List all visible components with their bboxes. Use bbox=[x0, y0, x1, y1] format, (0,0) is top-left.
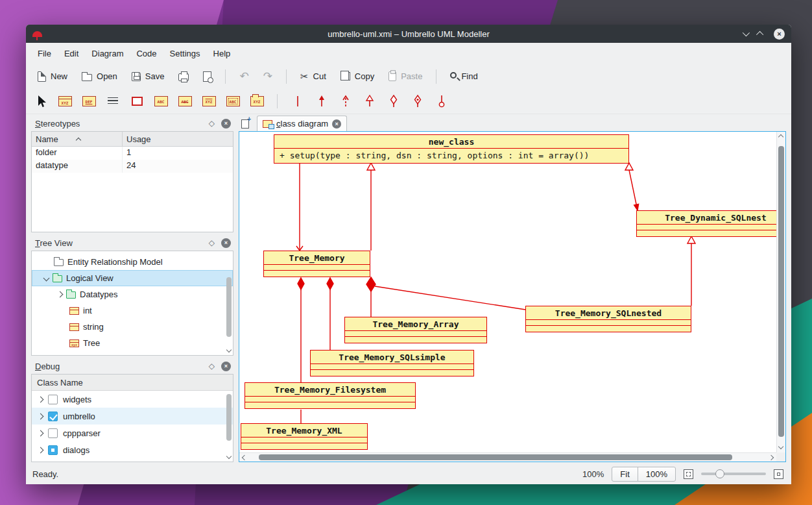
scroll-up-icon[interactable] bbox=[778, 134, 783, 140]
canvas-vertical-scrollbar[interactable] bbox=[776, 132, 785, 452]
checkbox-unchecked[interactable] bbox=[48, 395, 58, 404]
menu-help[interactable]: Help bbox=[207, 45, 237, 62]
fit-page-icon[interactable] bbox=[684, 469, 693, 479]
generalization-tool-button[interactable] bbox=[361, 92, 378, 110]
tree-item-datatypes[interactable]: Datatypes bbox=[32, 286, 233, 302]
directed-association-tool-button[interactable] bbox=[313, 92, 330, 110]
association-tool-button[interactable] bbox=[289, 92, 306, 110]
menu-code[interactable]: Code bbox=[130, 45, 163, 62]
uml-class-tree-memory[interactable]: Tree_Memory bbox=[263, 251, 370, 277]
print-button[interactable] bbox=[173, 69, 194, 84]
menu-diagram[interactable]: Diagram bbox=[85, 45, 130, 62]
package-tool-button[interactable] bbox=[248, 92, 265, 110]
dependency-tool-button[interactable] bbox=[337, 92, 354, 110]
debug-scrollbar-thumb[interactable] bbox=[226, 394, 232, 441]
diagram-canvas[interactable]: new_class + setup(type : string, dsn : s… bbox=[239, 131, 786, 462]
table-row[interactable]: datatype 24 bbox=[32, 160, 233, 173]
tree-item-logical-view[interactable]: Logical View bbox=[32, 270, 233, 286]
zoom-100-button[interactable]: 100% bbox=[638, 467, 676, 482]
undo-button[interactable] bbox=[234, 68, 254, 84]
enum-tool-button[interactable] bbox=[200, 92, 217, 110]
uml-class-tree-memory-sqlnested[interactable]: Tree_Memory_SQLnested bbox=[525, 306, 691, 332]
box-tool-button[interactable] bbox=[128, 92, 145, 110]
uml-class-tree-memory-xml[interactable]: Tree_Memory_XML bbox=[241, 423, 368, 450]
tree-view-dock-header[interactable]: Tree View bbox=[31, 235, 233, 251]
checkbox-partial[interactable] bbox=[48, 445, 58, 455]
column-header-name[interactable]: Name bbox=[32, 132, 123, 146]
datatype-tool-button[interactable] bbox=[176, 92, 193, 110]
select-tool-button[interactable] bbox=[32, 92, 49, 110]
stereotypes-dock-header[interactable]: Stereotypes bbox=[31, 116, 233, 131]
tab-close-icon[interactable] bbox=[332, 119, 341, 129]
chevron-right-icon[interactable] bbox=[38, 430, 44, 436]
vertical-scrollbar-thumb[interactable] bbox=[778, 146, 784, 437]
chevron-right-icon[interactable] bbox=[57, 291, 64, 298]
float-dock-icon[interactable] bbox=[209, 362, 215, 370]
menu-settings[interactable]: Settings bbox=[163, 45, 207, 62]
cut-button[interactable]: Cut bbox=[295, 68, 331, 85]
new-button[interactable]: New bbox=[32, 69, 73, 84]
menu-file[interactable]: File bbox=[31, 45, 58, 62]
float-dock-icon[interactable] bbox=[209, 119, 215, 127]
composition-tool-button[interactable] bbox=[409, 92, 426, 110]
scroll-left-icon[interactable] bbox=[242, 455, 247, 460]
checkbox-unchecked[interactable] bbox=[48, 428, 58, 438]
table-row[interactable]: folder 1 bbox=[32, 147, 233, 160]
uml-class-tree-memory-sqlsimple[interactable]: Tree_Memory_SQLsimple bbox=[310, 350, 474, 376]
zoom-slider[interactable] bbox=[701, 469, 766, 479]
redo-button[interactable] bbox=[258, 68, 278, 84]
checkbox-checked[interactable] bbox=[48, 412, 58, 421]
scroll-down-icon[interactable] bbox=[778, 444, 783, 449]
shade-button[interactable] bbox=[743, 29, 750, 36]
debug-item-label: cppparser bbox=[63, 428, 101, 438]
print-preview-button[interactable] bbox=[198, 69, 217, 84]
close-dock-icon[interactable] bbox=[221, 362, 231, 371]
titlebar[interactable]: umbrello-uml.xmi – Umbrello UML Modeller bbox=[26, 25, 791, 43]
debug-dock-header[interactable]: Debug bbox=[31, 358, 233, 374]
maximize-button[interactable] bbox=[756, 31, 763, 38]
close-dock-icon[interactable] bbox=[221, 238, 231, 248]
uml-class-tree-memory-filesystem[interactable]: Tree_Memory_Filesystem bbox=[245, 382, 416, 409]
object-tool-button[interactable] bbox=[80, 92, 97, 110]
save-button[interactable]: Save bbox=[126, 69, 170, 84]
chevron-down-icon[interactable] bbox=[43, 275, 50, 282]
menu-edit[interactable]: Edit bbox=[58, 45, 85, 62]
chevron-right-icon[interactable] bbox=[38, 447, 44, 453]
note-tool-button[interactable] bbox=[104, 92, 121, 110]
debug-item-widgets[interactable]: widgets bbox=[32, 391, 233, 408]
tree-scrollbar-thumb[interactable] bbox=[226, 277, 232, 337]
tab-class-diagram[interactable]: class diagram bbox=[257, 116, 347, 131]
float-dock-icon[interactable] bbox=[209, 239, 215, 247]
paste-button[interactable]: Paste bbox=[383, 69, 427, 84]
uml-class-new-class[interactable]: new_class + setup(type : string, dsn : s… bbox=[274, 134, 629, 164]
column-header-usage[interactable]: Usage bbox=[123, 132, 233, 146]
tree-item-entity-relationship-model[interactable]: Entity Relationship Model bbox=[32, 254, 233, 270]
fit-button[interactable]: Fit bbox=[612, 467, 638, 482]
uml-class-tree-dynamic-sqlnest[interactable]: Tree_Dynamic_SQLnest bbox=[636, 210, 786, 237]
new-tab-button[interactable] bbox=[239, 117, 252, 130]
debug-item-cppparser[interactable]: cppparser bbox=[32, 425, 233, 441]
entity-tool-button[interactable] bbox=[224, 92, 241, 110]
aggregation-tool-button[interactable] bbox=[385, 92, 402, 110]
chevron-right-icon[interactable] bbox=[38, 396, 44, 402]
scroll-right-icon[interactable] bbox=[769, 455, 774, 460]
canvas-horizontal-scrollbar[interactable] bbox=[239, 452, 776, 462]
zoom-slider-thumb[interactable] bbox=[715, 469, 724, 478]
tree-item-int[interactable]: int bbox=[32, 302, 233, 319]
debug-item-umbrello[interactable]: umbrello bbox=[32, 408, 233, 425]
uml-class-tree-memory-array[interactable]: Tree_Memory_Array bbox=[344, 317, 487, 343]
horizontal-scrollbar-thumb[interactable] bbox=[259, 454, 732, 460]
label-tool-button[interactable] bbox=[152, 92, 169, 110]
tree-item-string[interactable]: string bbox=[32, 319, 233, 335]
tree-item-tree[interactable]: Tree bbox=[32, 335, 233, 351]
close-dock-icon[interactable] bbox=[221, 119, 231, 129]
find-button[interactable]: Find bbox=[445, 69, 483, 84]
chevron-right-icon[interactable] bbox=[38, 413, 44, 419]
debug-item-dialogs[interactable]: dialogs bbox=[32, 441, 233, 458]
close-button[interactable] bbox=[774, 29, 785, 40]
containment-tool-button[interactable] bbox=[433, 92, 450, 110]
class-tool-button[interactable] bbox=[56, 92, 73, 110]
copy-button[interactable]: Copy bbox=[335, 69, 379, 84]
open-button[interactable]: Open bbox=[77, 69, 123, 84]
fullscreen-icon[interactable] bbox=[774, 469, 783, 479]
